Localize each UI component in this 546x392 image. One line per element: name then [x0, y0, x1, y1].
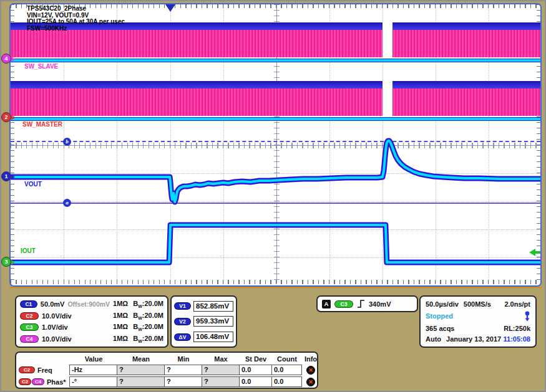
channel-4-impedance: 1MΩ [113, 335, 128, 343]
phase-min-cell: ? [164, 376, 202, 387]
c2-badge: C2 [19, 378, 31, 385]
header-stdev: St Dev [240, 355, 272, 363]
measurement-name-cell: C2 C4 Phas* [19, 378, 70, 386]
marker-pin-icon [524, 311, 530, 322]
channel-2-scale: 10.0V/div [42, 312, 72, 320]
trigger-position-marker[interactable] [165, 4, 175, 12]
channel-1-badge[interactable]: C1 [20, 300, 37, 308]
channel-2-arrow-icon [11, 115, 15, 120]
trigger-bus-badge: A [322, 300, 331, 308]
datetime-row: Auto January 13, 2017 11:05:08 [426, 335, 530, 343]
channel-4-number: 4 [4, 55, 7, 62]
channel-2-settings-row: C2 10.0V/div 1MΩ BW:20.0M [20, 312, 163, 320]
measurement-name-cell: C2 Freq [19, 366, 70, 374]
acqs-row: 365 acqs RL:250k [426, 325, 530, 332]
cursor-v1-row: V1 852.85mV [174, 301, 233, 312]
freq-stdev-cell: 0.0 [239, 365, 272, 375]
annotation-line: IOUT=25A to 50A at 30A per usec [27, 19, 125, 26]
channel-1-impedance: 1MΩ [113, 300, 128, 308]
cursor-readout-panel: V1 852.85mV V2 959.33mV ΔV 106.48mV [170, 295, 237, 348]
phase-info-cell: ✕ [302, 378, 319, 386]
phase-count-cell: 0.0 [271, 376, 302, 387]
annotation-line: TPS543C20_2Phase [27, 6, 125, 12]
channel-2-position-marker[interactable]: 2 [1, 112, 11, 122]
channel-3-badge[interactable]: C3 [20, 323, 39, 331]
channel-1-number: 1 [4, 173, 7, 179]
trigger-panel: A C3 340mV [316, 295, 418, 312]
vout-trace [11, 141, 540, 202]
delta-v-badge: ΔV [174, 333, 191, 341]
channel-2-badge[interactable]: C2 [20, 312, 39, 320]
iout-trace [11, 225, 540, 262]
measurement-name: Freq [37, 366, 52, 374]
channel-3-scale: 1.0V/div [42, 323, 68, 331]
header-value: Value [70, 355, 117, 363]
info-icon[interactable]: ✕ [306, 366, 315, 375]
channel-1-offset: Offset:900mV [67, 300, 110, 308]
channel-2-impedance: 1MΩ [113, 312, 128, 320]
freq-min-cell: ? [164, 365, 202, 375]
channel-1-scale: 50.0mV [41, 300, 65, 308]
channel-3-position-marker[interactable]: 3 [1, 257, 11, 267]
channel-2-bandwidth: BW:20.0M [133, 312, 163, 320]
freq-max-cell: ? [202, 365, 240, 375]
sw-master-label: SW_MASTER [22, 121, 62, 128]
annotation-text: TPS543C20_2Phase VIN=12V, VOUT=0.9V IOUT… [27, 6, 125, 32]
horizontal-panel: 50.0µs/div 500MS/s 2.0ns/pt Stopped 365 … [419, 295, 537, 348]
vout-trace-outline [11, 141, 540, 202]
measurement-table: Value Mean Min Max St Dev Count Info C2 … [15, 351, 318, 389]
channel-1-position-marker[interactable]: 1 [1, 171, 11, 181]
phase-value-cell: -° [69, 376, 117, 387]
channel-4-position-marker[interactable]: 4 [1, 54, 11, 64]
rising-edge-icon [357, 300, 365, 308]
measurement-name: Phas* [47, 378, 66, 386]
sw-slave-label: SW_SLAVE [24, 63, 58, 70]
channel-1-arrow-icon [11, 174, 15, 179]
channel-1-settings-row: C1 50.0mV Offset:900mV 1MΩ BW:20.0M [20, 300, 163, 308]
vout-label: VOUT [24, 181, 42, 188]
c4-badge: C4 [32, 378, 44, 385]
resolution: 2.0ns/pt [504, 300, 530, 308]
freq-value-cell: -Hz [69, 365, 117, 375]
v2-value: 959.33mV [193, 316, 233, 327]
channel-3-arrow-icon [11, 260, 15, 265]
analog-traces [11, 4, 540, 284]
delta-v-value: 106.48mV [193, 332, 233, 342]
channel-settings-panel: C1 50.0mV Offset:900mV 1MΩ BW:20.0M C2 1… [15, 295, 168, 348]
graticule: b a TPS543C20_2Phase VIN=12V, VOUT=0.9V … [11, 4, 540, 285]
channel-1-bandwidth: BW:20.0M [133, 300, 163, 308]
arrow-tail [535, 251, 540, 254]
channel-4-scale: 10.0V/div [42, 335, 72, 343]
channel-3-settings-row: C3 1.0V/div 1MΩ BW:20.0M [20, 323, 163, 332]
channel-4-settings-row: C4 10.0V/div 1MΩ BW:20.0M [20, 335, 163, 343]
v2-badge: V2 [174, 318, 191, 325]
freq-mean-cell: ? [117, 365, 165, 375]
waveform-display: b a TPS543C20_2Phase VIN=12V, VOUT=0.9V … [9, 3, 542, 287]
channel-3-number: 3 [4, 259, 7, 265]
v1-value: 852.85mV [193, 301, 233, 312]
acquisition-count: 365 acqs [426, 325, 454, 332]
channel-3-bandwidth: BW:20.0M [133, 323, 163, 332]
record-length: RL:250k [504, 325, 530, 332]
header-min: Min [165, 355, 202, 363]
header-info: Info [302, 355, 319, 363]
info-icon[interactable]: ✕ [306, 378, 315, 386]
cursor-v2-row: V2 959.33mV [174, 316, 233, 327]
phase-max-cell: ? [202, 376, 240, 387]
time: 11:05:08 [504, 335, 530, 343]
cursor-b-handle[interactable]: b [63, 138, 71, 146]
arrow-head [529, 249, 535, 256]
phase-stdev-cell: 0.0 [239, 376, 272, 387]
iout-trace-outline [11, 225, 540, 262]
phase-mean-cell: ? [117, 376, 165, 387]
v1-badge: V1 [174, 302, 191, 310]
date: January 13, 2017 [446, 335, 501, 343]
c2-badge: C2 [19, 366, 35, 373]
trigger-mode: Auto [426, 335, 441, 343]
freq-count-cell: 0.0 [271, 365, 302, 375]
channel-4-badge[interactable]: C4 [20, 335, 39, 343]
cursor-a-handle[interactable]: a [63, 199, 71, 207]
timebase-row: 50.0µs/div 500MS/s 2.0ns/pt [426, 300, 530, 308]
header-mean: Mean [117, 355, 165, 363]
channel-2-number: 2 [4, 114, 7, 120]
